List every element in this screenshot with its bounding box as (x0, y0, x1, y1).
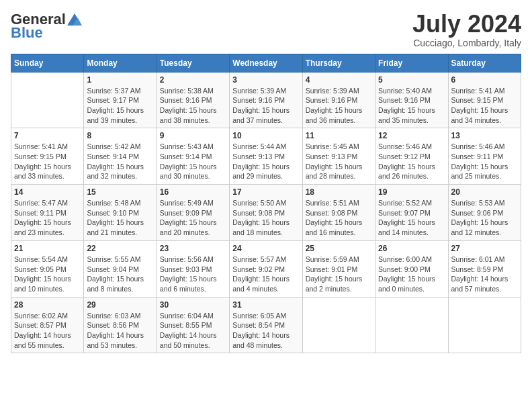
calendar-cell: 4Sunrise: 5:39 AM Sunset: 9:16 PM Daylig… (302, 72, 375, 128)
calendar-cell: 27Sunrise: 6:01 AM Sunset: 8:59 PM Dayli… (448, 240, 521, 297)
calendar-cell: 26Sunrise: 6:00 AM Sunset: 9:00 PM Dayli… (375, 240, 448, 297)
calendar-cell (302, 297, 375, 353)
calendar-cell: 8Sunrise: 5:42 AM Sunset: 9:14 PM Daylig… (84, 128, 157, 185)
page-header: General Blue July 2024 Cucciago, Lombard… (11, 11, 521, 48)
cell-sun-info: Sunrise: 5:48 AM Sunset: 9:10 PM Dayligh… (87, 198, 153, 238)
calendar-cell: 30Sunrise: 6:04 AM Sunset: 8:55 PM Dayli… (157, 297, 229, 353)
day-number: 25 (306, 244, 372, 253)
calendar-week-row: 7Sunrise: 5:41 AM Sunset: 9:15 PM Daylig… (11, 128, 521, 185)
day-number: 11 (306, 131, 372, 140)
day-number: 27 (451, 244, 518, 253)
calendar-week-row: 28Sunrise: 6:02 AM Sunset: 8:57 PM Dayli… (11, 297, 521, 353)
cell-sun-info: Sunrise: 5:40 AM Sunset: 9:16 PM Dayligh… (378, 86, 445, 126)
day-of-week-header: Friday (375, 54, 448, 72)
cell-sun-info: Sunrise: 6:04 AM Sunset: 8:55 PM Dayligh… (160, 311, 226, 351)
day-number: 1 (87, 75, 153, 85)
cell-sun-info: Sunrise: 6:00 AM Sunset: 9:00 PM Dayligh… (378, 255, 445, 294)
day-number: 10 (232, 131, 299, 140)
logo: General Blue (11, 11, 82, 42)
cell-sun-info: Sunrise: 5:52 AM Sunset: 9:07 PM Dayligh… (378, 198, 445, 238)
day-number: 21 (14, 244, 81, 253)
day-number: 24 (232, 244, 299, 253)
cell-sun-info: Sunrise: 5:46 AM Sunset: 9:12 PM Dayligh… (378, 142, 445, 181)
calendar-cell (375, 297, 448, 353)
day-number: 26 (378, 244, 445, 253)
cell-sun-info: Sunrise: 5:55 AM Sunset: 9:04 PM Dayligh… (87, 255, 153, 294)
calendar-cell: 16Sunrise: 5:49 AM Sunset: 9:09 PM Dayli… (157, 185, 229, 241)
cell-sun-info: Sunrise: 5:44 AM Sunset: 9:13 PM Dayligh… (232, 142, 299, 181)
calendar-cell: 5Sunrise: 5:40 AM Sunset: 9:16 PM Daylig… (375, 72, 448, 128)
calendar-cell: 20Sunrise: 5:53 AM Sunset: 9:06 PM Dayli… (448, 185, 521, 241)
day-number: 29 (87, 300, 153, 310)
day-of-week-header: Sunday (11, 54, 84, 72)
day-number: 23 (160, 244, 226, 253)
calendar-cell (448, 297, 521, 353)
calendar-cell: 28Sunrise: 6:02 AM Sunset: 8:57 PM Dayli… (11, 297, 84, 353)
calendar-cell: 15Sunrise: 5:48 AM Sunset: 9:10 PM Dayli… (84, 185, 157, 241)
cell-sun-info: Sunrise: 6:03 AM Sunset: 8:56 PM Dayligh… (87, 311, 153, 351)
day-number: 22 (87, 244, 153, 253)
day-number: 20 (451, 187, 518, 197)
day-number: 4 (306, 75, 372, 85)
calendar-cell: 25Sunrise: 5:59 AM Sunset: 9:01 PM Dayli… (302, 240, 375, 297)
calendar-cell: 11Sunrise: 5:45 AM Sunset: 9:13 PM Dayli… (302, 128, 375, 185)
calendar-cell: 31Sunrise: 6:05 AM Sunset: 8:54 PM Dayli… (230, 297, 302, 353)
day-number: 12 (378, 131, 445, 140)
calendar-cell: 2Sunrise: 5:38 AM Sunset: 9:16 PM Daylig… (157, 72, 229, 128)
cell-sun-info: Sunrise: 5:51 AM Sunset: 9:08 PM Dayligh… (306, 198, 372, 238)
calendar-cell (11, 72, 84, 128)
cell-sun-info: Sunrise: 6:01 AM Sunset: 8:59 PM Dayligh… (451, 255, 518, 294)
calendar-cell: 14Sunrise: 5:47 AM Sunset: 9:11 PM Dayli… (11, 185, 84, 241)
cell-sun-info: Sunrise: 5:37 AM Sunset: 9:17 PM Dayligh… (87, 86, 153, 126)
calendar-cell: 23Sunrise: 5:56 AM Sunset: 9:03 PM Dayli… (157, 240, 229, 297)
calendar-cell: 7Sunrise: 5:41 AM Sunset: 9:15 PM Daylig… (11, 128, 84, 185)
calendar-cell: 18Sunrise: 5:51 AM Sunset: 9:08 PM Dayli… (302, 185, 375, 241)
cell-sun-info: Sunrise: 5:38 AM Sunset: 9:16 PM Dayligh… (160, 86, 226, 126)
day-number: 16 (160, 187, 226, 197)
location-subtitle: Cucciago, Lombardy, Italy (412, 38, 521, 48)
day-number: 8 (87, 131, 153, 140)
calendar-cell: 13Sunrise: 5:46 AM Sunset: 9:11 PM Dayli… (448, 128, 521, 185)
day-number: 30 (160, 300, 226, 310)
calendar-header-row: SundayMondayTuesdayWednesdayThursdayFrid… (11, 54, 521, 72)
cell-sun-info: Sunrise: 5:45 AM Sunset: 9:13 PM Dayligh… (306, 142, 372, 181)
cell-sun-info: Sunrise: 5:42 AM Sunset: 9:14 PM Dayligh… (87, 142, 153, 181)
day-number: 18 (306, 187, 372, 197)
day-number: 31 (232, 300, 299, 310)
cell-sun-info: Sunrise: 5:49 AM Sunset: 9:09 PM Dayligh… (160, 198, 226, 238)
day-of-week-header: Monday (84, 54, 157, 72)
cell-sun-info: Sunrise: 5:57 AM Sunset: 9:02 PM Dayligh… (232, 255, 299, 294)
calendar-cell: 17Sunrise: 5:50 AM Sunset: 9:08 PM Dayli… (230, 185, 302, 241)
cell-sun-info: Sunrise: 5:39 AM Sunset: 9:16 PM Dayligh… (232, 86, 299, 126)
day-number: 3 (232, 75, 299, 85)
day-of-week-header: Saturday (448, 54, 521, 72)
cell-sun-info: Sunrise: 5:59 AM Sunset: 9:01 PM Dayligh… (306, 255, 372, 294)
cell-sun-info: Sunrise: 5:39 AM Sunset: 9:16 PM Dayligh… (306, 86, 372, 126)
cell-sun-info: Sunrise: 5:54 AM Sunset: 9:05 PM Dayligh… (14, 255, 81, 294)
day-number: 13 (451, 131, 518, 140)
day-number: 7 (14, 131, 81, 140)
day-number: 9 (160, 131, 226, 140)
logo-blue: Blue (11, 24, 43, 42)
calendar-cell: 21Sunrise: 5:54 AM Sunset: 9:05 PM Dayli… (11, 240, 84, 297)
calendar-cell: 19Sunrise: 5:52 AM Sunset: 9:07 PM Dayli… (375, 185, 448, 241)
day-number: 28 (14, 300, 81, 310)
title-block: July 2024 Cucciago, Lombardy, Italy (412, 11, 521, 48)
logo-icon (67, 13, 82, 26)
day-number: 14 (14, 187, 81, 197)
month-year-title: July 2024 (412, 11, 521, 38)
cell-sun-info: Sunrise: 5:41 AM Sunset: 9:15 PM Dayligh… (451, 86, 518, 126)
calendar-table: SundayMondayTuesdayWednesdayThursdayFrid… (11, 54, 521, 354)
day-number: 17 (232, 187, 299, 197)
calendar-cell: 24Sunrise: 5:57 AM Sunset: 9:02 PM Dayli… (230, 240, 302, 297)
day-of-week-header: Thursday (302, 54, 375, 72)
cell-sun-info: Sunrise: 5:50 AM Sunset: 9:08 PM Dayligh… (232, 198, 299, 238)
cell-sun-info: Sunrise: 5:53 AM Sunset: 9:06 PM Dayligh… (451, 198, 518, 238)
calendar-cell: 12Sunrise: 5:46 AM Sunset: 9:12 PM Dayli… (375, 128, 448, 185)
cell-sun-info: Sunrise: 5:47 AM Sunset: 9:11 PM Dayligh… (14, 198, 81, 238)
calendar-cell: 3Sunrise: 5:39 AM Sunset: 9:16 PM Daylig… (230, 72, 302, 128)
calendar-cell: 6Sunrise: 5:41 AM Sunset: 9:15 PM Daylig… (448, 72, 521, 128)
calendar-week-row: 21Sunrise: 5:54 AM Sunset: 9:05 PM Dayli… (11, 240, 521, 297)
cell-sun-info: Sunrise: 6:02 AM Sunset: 8:57 PM Dayligh… (14, 311, 81, 351)
day-of-week-header: Wednesday (230, 54, 302, 72)
